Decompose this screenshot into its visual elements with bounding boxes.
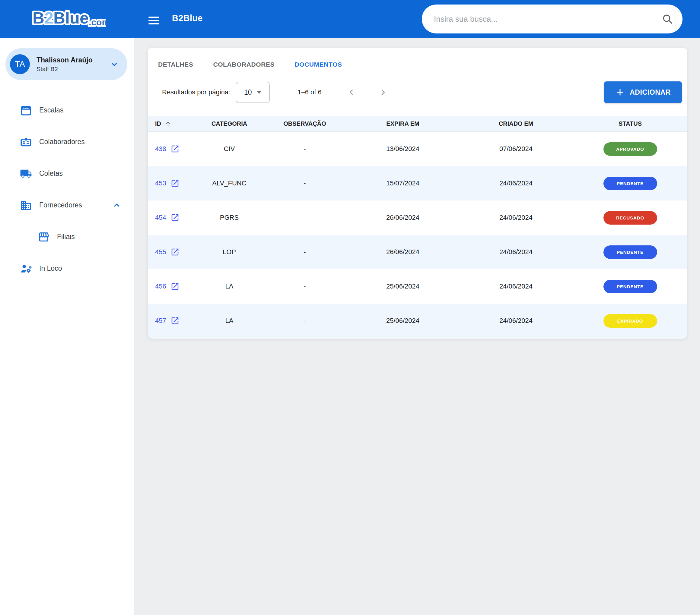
next-page-button[interactable]	[375, 84, 392, 101]
cell-categoria: ALV_FUNC	[196, 179, 262, 187]
cell-criado-em: 24/06/2024	[459, 214, 573, 221]
sidebar-item-fornecedores[interactable]: Fornecedores	[0, 189, 134, 221]
sidebar-item-escalas[interactable]: Escalas	[0, 94, 134, 126]
cell-expira-em: 26/06/2024	[347, 248, 459, 256]
results-per-page-label: Resultados por página:	[162, 88, 230, 96]
status-badge: PENDENTE	[603, 245, 657, 259]
open-in-new-icon[interactable]	[171, 282, 179, 291]
column-header-id[interactable]: ID	[148, 120, 196, 128]
documents-table: ID CATEGORIA OBSERVAÇÃO EXPIRA EM CRIADO…	[148, 116, 687, 338]
profile-name: Thalisson Araújo	[37, 56, 92, 64]
badge-icon	[20, 136, 32, 148]
logo-part-blue: Blue	[53, 9, 89, 27]
tab-bar: DETALHESCOLABORADORESDOCUMENTOS	[148, 48, 687, 71]
document-id-link[interactable]: 456	[148, 282, 196, 291]
page-size-select[interactable]: 10	[236, 82, 270, 103]
building-icon	[20, 199, 32, 211]
select-caret-icon	[257, 91, 262, 94]
storefront-icon	[38, 231, 50, 243]
profile-role: Staff B2	[37, 66, 92, 73]
sidebar-item-colaboradores[interactable]: Colaboradores	[0, 126, 134, 158]
tab-colaboradores[interactable]: COLABORADORES	[212, 59, 276, 71]
search-bar[interactable]	[422, 4, 683, 34]
cell-expira-em: 13/06/2024	[347, 145, 459, 153]
cell-categoria: CIV	[196, 145, 262, 153]
document-id-link[interactable]: 454	[148, 213, 196, 222]
sidebar-nav: Escalas Colaboradores Coletas Fornecedor…	[0, 94, 134, 284]
menu-hamburger-icon[interactable]	[148, 14, 159, 27]
calendar-icon	[20, 104, 32, 116]
chevron-down-icon	[109, 59, 120, 69]
cell-criado-em: 24/06/2024	[459, 282, 573, 290]
open-in-new-icon[interactable]	[171, 144, 179, 153]
table-header-row: ID CATEGORIA OBSERVAÇÃO EXPIRA EM CRIADO…	[148, 116, 687, 132]
table-body: 438 CIV - 13/06/2024 07/06/2024 APROVADO…	[148, 132, 687, 338]
sort-ascending-icon	[164, 120, 172, 128]
status-badge: EXPIRADO	[603, 314, 657, 328]
document-id-link[interactable]: 457	[148, 316, 196, 325]
table-row: 454 PGRS - 26/06/2024 24/06/2024 RECUSAD…	[148, 201, 687, 235]
app-title: B2Blue	[172, 13, 203, 23]
logo-suffix: .com	[89, 17, 105, 27]
column-header-status: STATUS	[573, 120, 687, 127]
previous-page-button[interactable]	[343, 84, 360, 101]
sidebar: TA Thalisson Araújo Staff B2 Escalas Col…	[0, 38, 134, 615]
status-badge: RECUSADO	[603, 211, 657, 225]
open-in-new-icon[interactable]	[171, 316, 179, 325]
search-input[interactable]	[434, 14, 661, 24]
sidebar-item-in-loco[interactable]: In Loco	[0, 253, 134, 284]
documents-card: DETALHESCOLABORADORESDOCUMENTOS Resultad…	[148, 48, 687, 338]
column-header-categoria: CATEGORIA	[196, 120, 262, 127]
cell-observacao: -	[262, 282, 347, 290]
status-badge: PENDENTE	[603, 177, 657, 190]
avatar: TA	[10, 54, 30, 74]
table-row: 456 LA - 25/06/2024 24/06/2024 PENDENTE	[148, 269, 687, 304]
pagination-range: 1–6 of 6	[298, 88, 322, 96]
column-header-expira-em: EXPIRA EM	[347, 120, 459, 127]
cell-criado-em: 07/06/2024	[459, 145, 573, 153]
content-area: DETALHESCOLABORADORESDOCUMENTOS Resultad…	[134, 38, 700, 615]
column-header-observacao: OBSERVAÇÃO	[262, 120, 347, 127]
cell-categoria: LOP	[196, 248, 262, 256]
truck-icon	[20, 168, 32, 180]
sidebar-item-coletas[interactable]: Coletas	[0, 158, 134, 189]
open-in-new-icon[interactable]	[171, 247, 179, 257]
table-row: 453 ALV_FUNC - 15/07/2024 24/06/2024 PEN…	[148, 166, 687, 201]
profile-chip[interactable]: TA Thalisson Araújo Staff B2	[5, 48, 127, 80]
open-in-new-icon[interactable]	[171, 213, 179, 222]
logo-part-b: B	[33, 9, 45, 27]
table-row: 438 CIV - 13/06/2024 07/06/2024 APROVADO	[148, 132, 687, 166]
table-row: 457 LA - 25/06/2024 24/06/2024 EXPIRADO	[148, 304, 687, 338]
open-in-new-icon[interactable]	[171, 179, 179, 188]
cell-observacao: -	[262, 317, 347, 325]
cell-observacao: -	[262, 248, 347, 256]
top-bar: B2Blue.com B2Blue	[0, 0, 700, 38]
add-button[interactable]: ADICIONAR	[604, 81, 682, 103]
cell-expira-em: 15/07/2024	[347, 179, 459, 187]
document-id-link[interactable]: 453	[148, 179, 196, 188]
cell-categoria: PGRS	[196, 214, 262, 221]
document-id-link[interactable]: 455	[148, 247, 196, 257]
cell-expira-em: 25/06/2024	[347, 317, 459, 325]
cell-criado-em: 24/06/2024	[459, 179, 573, 187]
person-gear-icon	[20, 262, 32, 274]
table-controls: Resultados por página: 10 1–6 of 6	[162, 80, 682, 104]
column-header-criado-em: CRIADO EM	[459, 120, 573, 127]
status-badge: APROVADO	[603, 142, 657, 156]
tab-documentos[interactable]: DOCUMENTOS	[293, 59, 343, 71]
table-row: 455 LOP - 26/06/2024 24/06/2024 PENDENTE	[148, 235, 687, 269]
svg-text:B2Blue.com: B2Blue.com	[33, 9, 105, 27]
cell-categoria: LA	[196, 317, 262, 325]
document-id-link[interactable]: 438	[148, 144, 196, 153]
b2blue-logo[interactable]: B2Blue.com	[30, 5, 105, 34]
search-icon[interactable]	[661, 13, 673, 25]
chevron-up-icon	[112, 201, 122, 210]
tab-detalhes[interactable]: DETALHES	[157, 59, 194, 71]
cell-expira-em: 26/06/2024	[347, 214, 459, 221]
cell-expira-em: 25/06/2024	[347, 282, 459, 290]
status-badge: PENDENTE	[603, 280, 657, 293]
sidebar-item-filiais[interactable]: Filiais	[0, 221, 134, 253]
cell-observacao: -	[262, 145, 347, 153]
plus-icon	[615, 87, 625, 97]
cell-observacao: -	[262, 214, 347, 221]
